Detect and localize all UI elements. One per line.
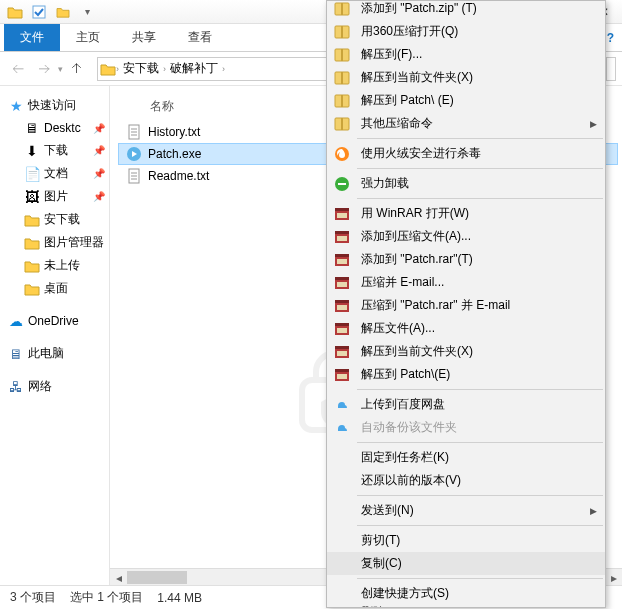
menu-item[interactable]: 解压到(F)... — [327, 43, 605, 66]
svg-rect-34 — [337, 259, 347, 264]
menu-item-label: 添加到压缩文件(A)... — [361, 228, 471, 245]
recent-dropdown-icon[interactable]: ▾ — [58, 64, 63, 74]
folder-small-icon[interactable] — [52, 2, 74, 22]
sidebar-item[interactable]: 🖼图片📌 — [0, 185, 109, 208]
sidebar-item[interactable]: 图片管理器 — [0, 231, 109, 254]
navigation-pane: ★ 快速访问 🖥Desktc📌⬇下载📌📄文档📌🖼图片📌安下载图片管理器未上传桌面… — [0, 86, 110, 585]
sidebar-item[interactable]: 桌面 — [0, 277, 109, 300]
menu-item[interactable]: 解压到 Patch\(E) — [327, 363, 605, 386]
qat-overflow-icon[interactable]: ▾ — [76, 2, 98, 22]
menu-item[interactable]: 其他压缩命令▶ — [327, 112, 605, 135]
menu-item[interactable]: 强力卸载 — [327, 172, 605, 195]
network-item[interactable]: 🖧 网络 — [0, 375, 109, 398]
menu-item-label: 解压到 Patch\ (E) — [361, 92, 454, 109]
menu-item[interactable]: 固定到任务栏(K) — [327, 446, 605, 469]
sidebar-item[interactable]: 未上传 — [0, 254, 109, 277]
pics-icon: 🖼 — [24, 189, 40, 205]
menu-item[interactable]: 使用火绒安全进行杀毒 — [327, 142, 605, 165]
star-icon: ★ — [8, 98, 24, 114]
sidebar-item[interactable]: 📄文档📌 — [0, 162, 109, 185]
folder-icon[interactable] — [4, 2, 26, 22]
menu-separator — [357, 578, 603, 579]
sidebar-item[interactable]: 安下载 — [0, 208, 109, 231]
thispc-label: 此电脑 — [28, 345, 64, 362]
menu-item[interactable]: 复制(C) — [327, 552, 605, 575]
docs-icon: 📄 — [24, 166, 40, 182]
quick-access-section[interactable]: ★ 快速访问 — [0, 94, 109, 117]
zip-icon — [331, 0, 353, 18]
menu-item[interactable]: 解压到 Patch\ (E) — [327, 89, 605, 112]
menu-item[interactable]: 用360压缩打开(Q) — [327, 20, 605, 43]
sidebar-item-label: 未上传 — [44, 257, 80, 274]
forward-button[interactable]: 🡢 — [32, 57, 56, 81]
file-icon — [126, 146, 142, 162]
scroll-right-icon[interactable]: ▸ — [605, 569, 622, 586]
breadcrumb-segment[interactable]: 破解补丁 — [166, 60, 222, 77]
svg-rect-43 — [337, 328, 347, 333]
svg-rect-48 — [335, 369, 349, 372]
menu-item[interactable]: 还原以前的版本(V) — [327, 469, 605, 492]
blank-icon — [331, 502, 353, 520]
menu-item[interactable]: 解压到当前文件夹(X) — [327, 66, 605, 89]
menu-item: 自动备份该文件夹 — [327, 416, 605, 439]
tab-share[interactable]: 共享 — [116, 24, 172, 51]
menu-item[interactable]: 剪切(T) — [327, 529, 605, 552]
menu-item[interactable]: 上传到百度网盘 — [327, 393, 605, 416]
tab-home[interactable]: 主页 — [60, 24, 116, 51]
blank-icon — [331, 532, 353, 550]
tab-view[interactable]: 查看 — [172, 24, 228, 51]
sidebar-item-label: 下载 — [44, 142, 68, 159]
scroll-left-icon[interactable]: ◂ — [110, 569, 127, 586]
menu-item-label: 使用火绒安全进行杀毒 — [361, 145, 481, 162]
menu-item-label: 添加到 "Patch.zip" (T) — [361, 0, 477, 17]
menu-item[interactable]: 添加到 "Patch.zip" (T) — [327, 0, 605, 20]
rar-icon — [331, 320, 353, 338]
menu-item-label: 用 WinRAR 打开(W) — [361, 205, 469, 222]
folder-icon — [24, 235, 40, 251]
menu-separator — [357, 138, 603, 139]
up-button[interactable]: 🡡 — [65, 57, 89, 81]
back-button[interactable]: 🡠 — [6, 57, 30, 81]
download-icon: ⬇ — [24, 143, 40, 159]
menu-item-label: 复制(C) — [361, 555, 402, 572]
svg-rect-18 — [341, 72, 343, 84]
scrollbar-thumb[interactable] — [127, 571, 187, 584]
chevron-right-icon[interactable]: › — [222, 64, 225, 74]
pin-icon: 📌 — [93, 123, 105, 134]
help-icon[interactable]: ? — [607, 31, 614, 45]
context-menu: 添加到 "Patch.zip" (T)用360压缩打开(Q)解压到(F)...解… — [326, 0, 606, 608]
menu-separator — [357, 389, 603, 390]
menu-item[interactable]: 解压文件(A)... — [327, 317, 605, 340]
file-name: Patch.exe — [148, 147, 201, 161]
menu-item[interactable]: 压缩到 "Patch.rar" 并 E-mail — [327, 294, 605, 317]
search-input[interactable] — [606, 57, 616, 81]
menu-item[interactable]: 添加到 "Patch.rar"(T) — [327, 248, 605, 271]
menu-item-label: 强力卸载 — [361, 175, 409, 192]
menu-separator — [357, 168, 603, 169]
thispc-item[interactable]: 🖥 此电脑 — [0, 342, 109, 365]
sidebar-item[interactable]: ⬇下载📌 — [0, 139, 109, 162]
menu-item-label: 解压到当前文件夹(X) — [361, 343, 473, 360]
onedrive-item[interactable]: ☁ OneDrive — [0, 310, 109, 332]
rar-icon — [331, 297, 353, 315]
breadcrumb-segment[interactable]: 安下载 — [119, 60, 163, 77]
file-tab[interactable]: 文件 — [4, 24, 60, 51]
svg-rect-36 — [335, 277, 349, 280]
blank-icon — [331, 555, 353, 573]
menu-item[interactable]: 发送到(N)▶ — [327, 499, 605, 522]
menu-item[interactable]: 添加到压缩文件(A)... — [327, 225, 605, 248]
menu-item-label: 创建快捷方式(S) — [361, 585, 449, 602]
menu-item[interactable]: 压缩并 E-mail... — [327, 271, 605, 294]
svg-rect-37 — [337, 282, 347, 287]
menu-item-label: 压缩到 "Patch.rar" 并 E-mail — [361, 297, 510, 314]
menu-separator — [357, 525, 603, 526]
menu-item[interactable]: 删除(D) — [327, 601, 605, 608]
network-label: 网络 — [28, 378, 52, 395]
sidebar-item[interactable]: 🖥Desktc📌 — [0, 117, 109, 139]
qat-checkbox-icon[interactable] — [28, 2, 50, 22]
svg-rect-30 — [335, 231, 349, 234]
rar-icon — [331, 228, 353, 246]
menu-item[interactable]: 解压到当前文件夹(X) — [327, 340, 605, 363]
svg-rect-20 — [341, 95, 343, 107]
menu-item[interactable]: 用 WinRAR 打开(W) — [327, 202, 605, 225]
